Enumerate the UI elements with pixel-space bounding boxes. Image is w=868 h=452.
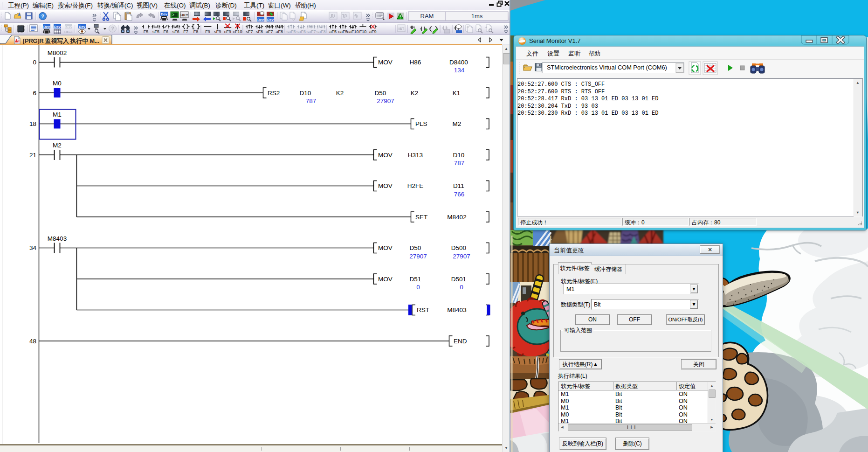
svg-text:21: 21	[29, 152, 36, 159]
svg-text:M1: M1	[53, 111, 62, 118]
svg-text:18: 18	[29, 120, 36, 127]
svg-text:M2: M2	[453, 120, 462, 127]
svg-text:saF8: saF8	[317, 29, 326, 34]
svg-text:766: 766	[454, 191, 465, 198]
svg-text:F7: F7	[183, 29, 188, 34]
svg-text:F9: F9	[205, 29, 210, 34]
svg-text:M8403: M8403	[48, 235, 67, 242]
svg-text:0: 0	[416, 284, 420, 291]
svg-text:Dev: Dev	[267, 18, 274, 22]
svg-text:D11: D11	[453, 182, 464, 189]
svg-text:F10: F10	[359, 29, 367, 34]
svg-text:caF5: caF5	[338, 29, 348, 34]
svg-text:0: 0	[33, 59, 36, 66]
svg-text:D10: D10	[300, 90, 311, 97]
svg-text:787: 787	[306, 97, 317, 104]
svg-text:1ms: 1ms	[471, 13, 483, 20]
svg-text:M2: M2	[53, 142, 62, 149]
svg-text:saF7: saF7	[306, 29, 316, 34]
svg-text:sF7: sF7	[246, 29, 253, 34]
svg-text:M0: M0	[53, 80, 62, 87]
svg-text:34: 34	[29, 244, 37, 251]
svg-text:27907: 27907	[453, 253, 470, 260]
svg-text:saF5: saF5	[287, 29, 296, 34]
svg-text:sF5: sF5	[152, 29, 159, 34]
svg-text:STMicroelectronics Virtual COM: STMicroelectronics Virtual COM Port (COM…	[547, 64, 667, 71]
svg-text:MOV: MOV	[378, 276, 393, 283]
svg-text:aF9: aF9	[369, 29, 377, 34]
svg-text:134: 134	[454, 67, 465, 74]
svg-text:Dev: Dev	[65, 25, 72, 29]
svg-text:F5: F5	[144, 29, 149, 34]
svg-text:6: 6	[33, 90, 36, 97]
svg-text:27907: 27907	[409, 253, 427, 260]
svg-text:D500: D500	[451, 244, 466, 251]
svg-text:SET: SET	[415, 214, 427, 221]
svg-text:F8: F8	[193, 29, 199, 34]
svg-text:CC-L: CC-L	[64, 30, 73, 34]
svg-text:48: 48	[29, 338, 36, 345]
svg-text:787: 787	[454, 160, 465, 167]
svg-text:END: END	[454, 338, 467, 345]
svg-text:MOV: MOV	[378, 244, 393, 251]
svg-text:D51: D51	[410, 276, 421, 283]
svg-text:Dev: Dev	[257, 18, 264, 22]
svg-text:cF9: cF9	[224, 29, 231, 34]
svg-text:0: 0	[460, 284, 463, 291]
svg-text:aF5: aF5	[329, 29, 337, 34]
svg-text:sF6: sF6	[172, 29, 179, 34]
svg-text:K2: K2	[336, 90, 344, 97]
svg-text:M8002: M8002	[48, 49, 67, 56]
svg-text:D8400: D8400	[449, 59, 468, 66]
svg-text:K2: K2	[411, 90, 419, 97]
svg-text:K1: K1	[453, 90, 461, 97]
svg-text:cF10: cF10	[233, 29, 242, 34]
svg-text:HKY: HKY	[180, 13, 189, 17]
svg-text:D50: D50	[375, 90, 386, 97]
svg-text:MOV: MOV	[378, 152, 393, 159]
svg-text:?: ?	[41, 14, 44, 19]
svg-text:sF8: sF8	[256, 29, 263, 34]
svg-text:M8403: M8403	[447, 306, 466, 313]
svg-text:aF8: aF8	[276, 29, 283, 34]
svg-text:IST: IST	[399, 27, 405, 31]
svg-text:?: ?	[111, 26, 114, 31]
svg-text:H313: H313	[408, 152, 423, 159]
svg-text:PLS: PLS	[415, 120, 427, 127]
svg-text:F6: F6	[164, 29, 169, 34]
svg-text:27907: 27907	[377, 97, 394, 104]
svg-text:H2FE: H2FE	[407, 182, 424, 189]
svg-text:RAM: RAM	[420, 13, 434, 20]
svg-text:caF10: caF10	[347, 29, 358, 34]
svg-text:D10: D10	[453, 152, 465, 159]
svg-text:RST: RST	[417, 306, 429, 313]
svg-text:aF7: aF7	[266, 29, 273, 34]
svg-text:MOV: MOV	[378, 182, 393, 189]
svg-text:M8402: M8402	[447, 214, 466, 221]
svg-text:D501: D501	[451, 276, 466, 283]
svg-text:RS2: RS2	[268, 90, 280, 97]
svg-text:sF9: sF9	[214, 29, 221, 34]
svg-text:H86: H86	[410, 59, 421, 66]
svg-text:saF6: saF6	[296, 29, 306, 34]
svg-text:MOV: MOV	[378, 59, 393, 66]
svg-text:D50: D50	[410, 244, 421, 251]
